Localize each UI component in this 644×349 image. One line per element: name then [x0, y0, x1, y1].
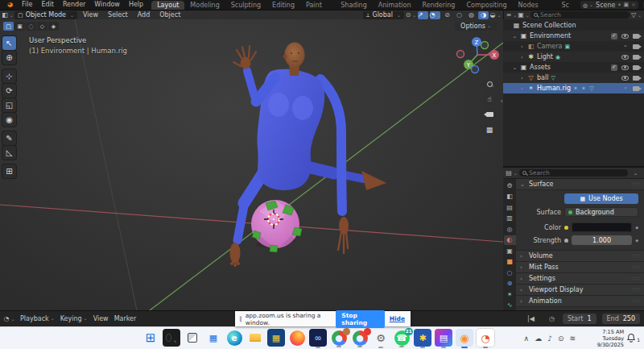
surface-shader-field[interactable]: Background [564, 207, 638, 217]
stopwatch-icon[interactable]: ◷ [547, 315, 557, 323]
pivot-point-icon[interactable]: ⊙ [406, 11, 416, 19]
zoom-button[interactable] [483, 77, 496, 90]
tool-rotate[interactable]: ⟳ [2, 84, 16, 98]
tab-collection[interactable]: ▣ [504, 246, 516, 256]
tray-expand-icon[interactable]: ∧ [524, 334, 530, 343]
search-button[interactable] [163, 329, 180, 347]
chev-icon[interactable] [622, 85, 629, 92]
outliner-filter-icon[interactable]: ▽ [631, 11, 642, 19]
section-settings[interactable]: › Settings ∷∷ [516, 273, 644, 285]
select-mode-lasso[interactable]: ◇ [37, 22, 47, 31]
video-app-button[interactable]: ∞ [309, 329, 327, 347]
drag-grip-icon[interactable]: ∷∷ [632, 298, 640, 305]
jump-to-start-icon[interactable]: |◀ [526, 315, 536, 323]
section-viewport-display[interactable]: › Viewport Display ∷∷ [516, 285, 644, 296]
start-button[interactable]: ⊞ [142, 329, 159, 347]
row-environment[interactable]: ⌄ ▣ Environment [503, 31, 644, 41]
chrome-profile2-button[interactable]: ● [353, 330, 368, 346]
outliner-search[interactable] [530, 11, 630, 19]
color-swatch[interactable] [572, 222, 632, 232]
tool-move[interactable]: ⊹ [2, 69, 16, 83]
outliner-filter-id-icon[interactable]: ▣ [518, 11, 529, 19]
onedrive-icon[interactable]: ☁ [535, 334, 542, 343]
tool-transform[interactable]: ◉ [2, 113, 16, 127]
properties-search-input[interactable] [529, 169, 625, 177]
paint-app-button[interactable]: ✱ [414, 329, 431, 347]
tab-geometry-nodes[interactable]: Geometry Nodes [513, 0, 556, 10]
transform-orientation[interactable]: ⟂ Global [363, 11, 404, 19]
drag-grip-icon[interactable]: ∷∷ [632, 264, 640, 271]
keyframe-icon[interactable]: ◆ [635, 238, 638, 243]
menu-marker[interactable]: Marker [114, 315, 137, 322]
tab-layout[interactable]: Layout [151, 1, 184, 10]
store-button[interactable]: ▦ [267, 329, 285, 347]
cam-icon[interactable] [633, 76, 639, 81]
tab-scripting[interactable]: Sc [555, 1, 574, 10]
cam-icon[interactable] [633, 65, 639, 70]
menu-edit[interactable]: Edit [37, 0, 58, 10]
tab-uv-editing[interactable]: UV Editing [266, 0, 300, 10]
menu-render[interactable]: Render [59, 0, 89, 10]
tool-measure[interactable]: ◺ [2, 146, 16, 160]
shading-wireframe-icon[interactable]: ⊘ [442, 11, 452, 19]
outliner-search-input[interactable] [540, 11, 626, 19]
ortho-grid-button[interactable]: ▦ [483, 123, 496, 136]
select-mode-circle[interactable]: ◌ [26, 22, 36, 31]
file-explorer-button[interactable] [246, 329, 264, 347]
proportional-editing-icon[interactable]: ◔ [430, 11, 440, 19]
row-ball[interactable]: › ▽ ball ▽ [503, 73, 644, 83]
blender-logo-icon[interactable]: ◕ [3, 0, 17, 10]
properties-editor-type-icon[interactable]: ▤ [506, 169, 517, 177]
menu-view[interactable]: View [93, 315, 109, 322]
menu-select[interactable]: Select [104, 10, 132, 20]
row-light[interactable]: › ✱ Light ◉ [503, 52, 644, 62]
tab-object[interactable]: ■ [504, 257, 516, 268]
menu-playback[interactable]: Playback [20, 315, 55, 322]
navigation-gizmo[interactable]: Z X Y [456, 31, 502, 77]
outliner-display-mode-icon[interactable]: ≡ [506, 11, 517, 19]
drag-grip-icon[interactable]: ∷∷ [632, 276, 640, 282]
camera-view-button[interactable] [483, 108, 496, 121]
expand-icon[interactable]: › [519, 85, 525, 92]
media-icon[interactable]: ♪ [547, 334, 552, 343]
new-scene-icon[interactable]: ▣ [623, 2, 629, 8]
chk-icon[interactable] [611, 33, 617, 39]
properties-search[interactable] [519, 169, 628, 177]
chrome-profile1-button[interactable]: ● [332, 330, 347, 346]
row-human-rig[interactable]: › ✶ Human.rig ✶ ✶ ▽ [503, 83, 644, 93]
tab-bone[interactable]: ∿ [504, 301, 516, 311]
drag-grip-icon[interactable]: ∷∷ [632, 287, 640, 293]
select-mode-tweak[interactable]: ▢ [3, 22, 14, 31]
section-animation[interactable]: › Animation ∷∷ [516, 296, 644, 307]
drag-grip-icon[interactable]: ∷∷ [632, 253, 640, 260]
taskbar-clock[interactable]: 7:15 AM Tuesday 9/30/2025 [597, 329, 624, 348]
eye-icon[interactable] [621, 65, 629, 70]
tab-sculpting[interactable]: Sculpting [225, 1, 266, 10]
screen-recorder-button[interactable]: ◔ [477, 329, 494, 347]
tool-select-box[interactable]: ↖ [2, 36, 16, 50]
tab-shading[interactable]: Shading [335, 1, 373, 10]
pause-icon[interactable]: ∥ [239, 315, 242, 322]
widgets-button[interactable]: ▦ [204, 329, 222, 347]
unlink-icon[interactable]: × [631, 2, 636, 8]
timeline-editor-type-icon[interactable]: ◔ [4, 315, 14, 323]
tab-data[interactable]: ✶ [504, 289, 516, 300]
cam-icon[interactable] [633, 86, 639, 91]
section-volume[interactable]: › Volume ∷∷ [516, 251, 644, 262]
viewport-3d[interactable]: ▢▣◌◇◈ User Perspective (1) Environment |… [0, 19, 503, 310]
tab-scene[interactable]: ◎ [504, 224, 516, 235]
cam-icon[interactable] [633, 55, 639, 60]
menu-window[interactable]: Window [90, 0, 124, 10]
keyframe-icon[interactable]: ◆ [635, 225, 638, 230]
row-camera[interactable]: › ◧ Camera ▣ [503, 41, 644, 52]
menu-keying[interactable]: Keying [60, 315, 88, 322]
pin-icon[interactable]: ⌖ [617, 2, 621, 8]
expand-icon[interactable]: › [519, 54, 525, 60]
shading-solid-icon[interactable]: ○ [454, 11, 464, 19]
eye-icon[interactable] [621, 76, 629, 81]
chev-icon[interactable] [622, 44, 629, 50]
tab-modeling[interactable]: Modeling [184, 1, 225, 10]
hide-link[interactable]: Hide [390, 315, 405, 322]
chk-icon[interactable] [611, 64, 617, 71]
scene-selector[interactable]: ◍ Scene ⌖ ▣ × [580, 1, 638, 9]
